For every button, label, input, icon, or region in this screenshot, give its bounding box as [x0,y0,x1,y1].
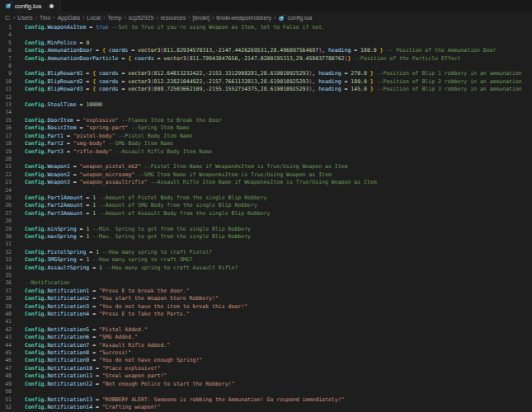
breadcrumb-item[interactable]: C: [5,15,11,21]
line-number: 13 [0,101,12,109]
code-line[interactable]: 36--Notification [0,279,532,287]
code-line[interactable]: 28 [0,218,532,225]
line-number: 29 [0,226,12,233]
breadcrumb-item[interactable]: Local [87,15,101,21]
code-line[interactable]: 23Config.Weapon3 = "weapon_assaultrifle"… [0,179,532,186]
code-line[interactable]: 21Config.Weapon1 = "weapon_pistol_mk2" -… [0,163,532,171]
line-number: 37 [0,288,12,295]
code-line[interactable]: 30Config.maxSpring = 1 --Max. Spring to … [0,233,532,241]
line-number: 20 [0,156,12,163]
line-number: 23 [0,179,12,186]
tab-bar: config.lua [0,0,532,12]
code-line[interactable]: 12 [0,94,532,101]
code-editor[interactable]: 3Config.WeaponAsItem = true --Set to Tru… [0,23,532,411]
code-line-text: Config.Notification13 = "ROBBERY ALERT: … [12,396,344,404]
code-line[interactable]: 22Config.Weapon2 = "weapon_microsmg" --S… [0,171,532,179]
breadcrumb-item[interactable]: scp52929 [129,15,153,21]
code-line-text [12,187,25,194]
code-line[interactable]: 5Config.MinPolice = 0 [0,40,532,47]
code-line[interactable]: 47Config.Notification10 = "Place explosi… [0,365,532,372]
code-line[interactable]: 24 [0,187,532,194]
code-line[interactable]: 7Config.AmmunationDoorParticle = { coord… [0,55,532,63]
code-line[interactable]: 45Config.Notification8 = "Success!" [0,349,532,357]
line-number: 40 [0,311,12,318]
line-number: 52 [0,404,12,411]
code-line-text: Config.Notification3 = "You do not have … [12,303,247,311]
code-line[interactable]: 17Config.Part1 = "pistol-body" --Pistol … [0,133,532,140]
code-line[interactable]: 18Config.Part2 = "smg-body" --SMG Body I… [0,140,532,147]
code-line[interactable]: 31 [0,241,532,248]
code-line[interactable]: 51Config.Notification13 = "ROBBERY ALERT… [0,396,532,404]
breadcrumb-item[interactable]: Users [17,15,32,21]
code-line-text [12,388,25,396]
code-line-text: Config.AmmunationDoorParticle = { coords… [12,55,460,63]
code-line[interactable]: 26Config.Part2Amount = 1 --Amount of SMG… [0,202,532,209]
code-line[interactable]: 46Config.Notification9 = "You do not hav… [0,357,532,364]
breadcrumb-item[interactable]: tinoki-weaponrobbery [216,15,271,21]
breadcrumb-item[interactable]: Tino [40,15,50,21]
breadcrumb-separator-icon: › [13,15,15,21]
code-line[interactable]: 52Config.Notification14 = "Crafting weap… [0,404,532,411]
code-line[interactable]: 42Config.Notification5 = "Pistol Added." [0,326,532,334]
code-line[interactable]: 43Config.Notification6 = "SMG Added." [0,334,532,341]
breadcrumb-item[interactable]: config.lua [278,15,312,21]
code-line[interactable]: 37Config.Notification1 = "Press E to bre… [0,288,532,295]
modified-indicator-icon[interactable] [49,4,54,8]
code-line[interactable]: 34Config.AssaultSpring = 1 --How many sp… [0,265,532,272]
tab-config-lua[interactable]: config.lua [0,0,61,12]
code-line-text: Config.MinPolice = 0 [12,40,89,47]
code-line[interactable]: 11Config.BlipReward3 = { coords = vector… [0,86,532,93]
code-line-text: Config.AssaultSpring = 1 --How many spri… [12,265,238,272]
code-line[interactable]: 48Config.Notification11 = "Steal weapon … [0,372,532,380]
code-line-text: Config.Notification1 = "Press E to break… [12,288,190,295]
line-number: 48 [0,372,12,380]
code-line[interactable]: 49Config.Notification12 = "Not enough Po… [0,381,532,388]
code-line[interactable]: 25Config.Part1Amount = 1 --Amount of Pis… [0,194,532,202]
code-line[interactable]: 19Config.Part3 = "rifle-body" --Assault … [0,148,532,156]
line-number: 15 [0,117,12,124]
line-number: 4 [0,31,12,39]
code-line[interactable]: 40Config.Notification4 = "Press E to Tak… [0,311,532,318]
code-line[interactable]: 39Config.Notification3 = "You do not hav… [0,303,532,311]
breadcrumb-item[interactable]: resources [161,15,186,21]
line-number: 44 [0,342,12,349]
code-line[interactable]: 4 [0,31,532,39]
code-line[interactable]: 14 [0,109,532,116]
code-line[interactable]: 33Config.SMGSpring = 1 --How many spring… [0,256,532,264]
breadcrumb-separator-icon: › [35,15,37,21]
line-number: 38 [0,295,12,302]
code-line[interactable]: 3Config.WeaponAsItem = true --Set to Tru… [0,24,532,31]
code-line[interactable]: 8 [0,63,532,70]
breadcrumb-item[interactable]: Temp [107,15,121,21]
code-line[interactable]: 15Config.DoorItem = "explosive" --Flames… [0,117,532,124]
code-line[interactable]: 38Config.Notification2 = "You start the … [0,295,532,302]
code-line[interactable]: 16Config.BasicItem = "spring-part" --Spr… [0,124,532,132]
code-line[interactable]: 35 [0,272,532,279]
code-line[interactable]: 13Config.StealTime = 10000 [0,101,532,109]
code-line[interactable]: 9Config.BlipReward1 = { coords = vector3… [0,70,532,77]
breadcrumb-item[interactable]: AppData [58,15,80,21]
line-number: 43 [0,334,12,341]
breadcrumb-item[interactable]: [tinoki] [193,15,210,21]
code-line[interactable]: 29Config.minSpring = 1 --Min. Spring to … [0,226,532,233]
line-number: 33 [0,256,12,264]
code-line[interactable]: 41 [0,318,532,325]
line-number: 30 [0,233,12,241]
code-line[interactable]: 32Config.PistolSpring = 1 --How many spr… [0,249,532,256]
line-number: 47 [0,365,12,372]
code-line-text: Config.Part2 = "smg-body" --SMG Body Ite… [12,140,173,147]
code-line-text: --Notification [12,279,70,287]
code-line-text: Config.Part1Amount = 1 --Amount of Pisto… [12,194,267,202]
line-number: 8 [0,63,12,70]
code-line[interactable]: 44Config.Notification7 = "Assault Rifle … [0,342,532,349]
code-line[interactable]: 6Config.AmmunationDoor = { coords = vect… [0,47,532,54]
code-line[interactable]: 50 [0,388,532,396]
code-line[interactable]: 20 [0,156,532,163]
code-line-text: Config.WeaponAsItem = true --Set to True… [12,24,325,31]
code-line-text: Config.Notification7 = "Assault Rifle Ad… [12,342,170,349]
code-line[interactable]: 10Config.BlipReward2 = { coords = vector… [0,78,532,86]
code-line-text [12,156,25,163]
line-number: 18 [0,140,12,147]
code-line[interactable]: 27Config.Part3Amount = 1 --Amount of Ass… [0,210,532,218]
code-line-text: Config.BlipReward2 = { coords = vector3(… [12,78,522,86]
